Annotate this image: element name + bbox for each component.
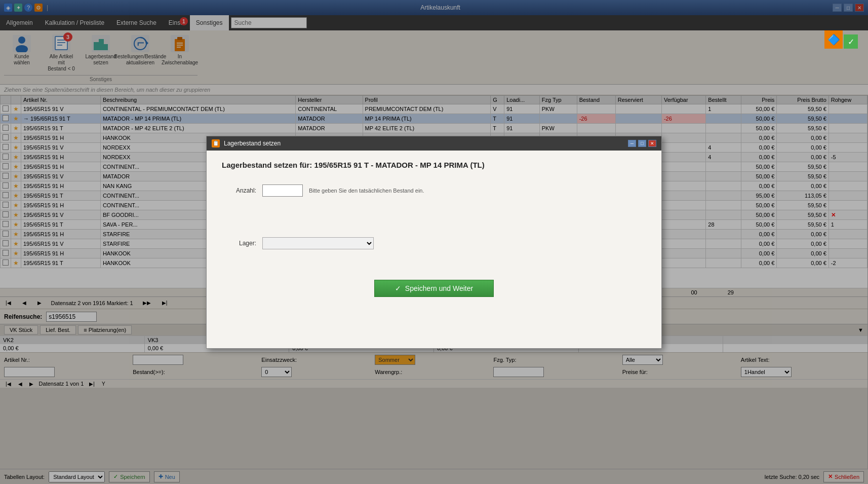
modal-field-anzahl: Anzahl: Bitte geben Sie den tatsächliche… (222, 184, 646, 197)
modal-maximize[interactable]: □ (638, 140, 646, 147)
modal-lager-label: Lager: (222, 240, 262, 247)
modal-overlay: 📋 Lagerbestand setzen ─ □ ✕ 🔷 ✓ Lagerbes… (0, 0, 868, 484)
modal-save-button[interactable]: ✓ Speichern und Weiter (374, 280, 494, 297)
modal-close[interactable]: ✕ (648, 140, 656, 147)
modal-body: 🔷 ✓ Lagerbestand setzen für: 195/65R15 9… (207, 151, 661, 270)
modal-title-text: Lagerbestand setzen (224, 140, 281, 147)
modal-anzahl-hint: Bitte geben Sie den tatsächlichen Bestan… (309, 188, 424, 194)
modal-minimize[interactable]: ─ (628, 140, 636, 147)
modal-anzahl-input[interactable] (262, 184, 303, 197)
modal-titlebar: 📋 Lagerbestand setzen ─ □ ✕ (207, 136, 661, 151)
modal-footer: ✓ Speichern und Weiter (207, 270, 661, 312)
modal-top-right-icons: 🔷 ✓ (824, 30, 858, 49)
lagerbestand-modal: 📋 Lagerbestand setzen ─ □ ✕ 🔷 ✓ Lagerbes… (206, 136, 662, 349)
modal-orange-icon: 🔷 (824, 30, 843, 49)
modal-field-lager: Lager: (222, 237, 646, 249)
modal-titlebar-left: 📋 Lagerbestand setzen (212, 139, 281, 147)
modal-save-label: Speichern und Weiter (405, 284, 473, 292)
modal-spacer (222, 207, 646, 237)
modal-green-check-icon: ✓ (844, 34, 858, 49)
save-checkmark-icon: ✓ (395, 284, 401, 292)
modal-icon: 📋 (212, 139, 220, 147)
modal-main-title: Lagerbestand setzen für: 195/65R15 91 T … (222, 161, 646, 169)
modal-controls: ─ □ ✕ (628, 140, 656, 147)
modal-lager-select[interactable] (262, 237, 374, 249)
modal-anzahl-label: Anzahl: (222, 187, 262, 194)
